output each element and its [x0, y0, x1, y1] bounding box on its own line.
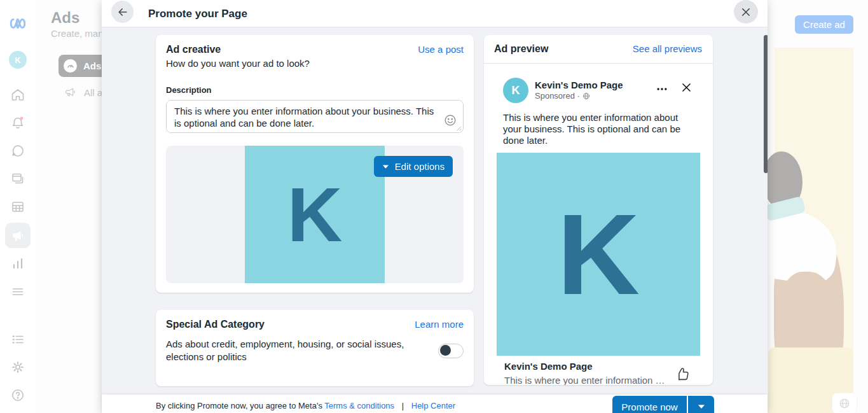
- chevron-down-icon: [382, 164, 389, 169]
- description-label: Description: [166, 85, 464, 95]
- post-menu-icon[interactable]: [656, 83, 668, 95]
- modal-body: Ad creative Use a post How do you want y…: [102, 27, 768, 395]
- ad-image-preview: K Edit options: [166, 146, 464, 283]
- ad-creative-card: Ad creative Use a post How do you want y…: [156, 35, 474, 293]
- use-a-post-link[interactable]: Use a post: [418, 44, 464, 55]
- special-ad-category-text: Ads about credit, employment, housing, o…: [166, 338, 433, 363]
- help-center-link[interactable]: Help Center: [411, 401, 455, 410]
- terms-conditions-link[interactable]: Terms & conditions: [324, 401, 394, 410]
- close-icon: [740, 6, 752, 18]
- chevron-down-icon: [698, 404, 705, 409]
- emoji-picker-icon[interactable]: [443, 113, 457, 127]
- edit-options-button[interactable]: Edit options: [374, 156, 453, 177]
- preview-footer-page-name: Kevin's Demo Page: [504, 361, 703, 372]
- modal-footer: By clicking Promote now, you agree to Me…: [102, 395, 768, 413]
- page-avatar: K: [503, 78, 528, 103]
- description-input[interactable]: This is where you enter information abou…: [166, 100, 464, 133]
- special-ad-category-heading: Special Ad Category: [166, 319, 265, 330]
- terms-text: By clicking Promote now, you agree to Me…: [156, 401, 455, 410]
- preview-page-name: Kevin's Demo Page: [535, 80, 623, 90]
- promote-page-modal: Promote your Page Ad creative Use a post…: [102, 0, 768, 413]
- special-ad-category-toggle[interactable]: [438, 344, 464, 358]
- ad-creative-heading: Ad creative: [166, 44, 221, 55]
- modal-header: Promote your Page: [102, 0, 768, 27]
- thumbs-up-icon[interactable]: [674, 366, 691, 383]
- ad-preview-card: Ad preview See all previews K Kevin's De…: [484, 35, 713, 385]
- globe-icon: [582, 92, 590, 100]
- arrow-left-icon: [116, 6, 129, 18]
- post-close-icon[interactable]: [680, 81, 692, 94]
- app-root: K: [0, 0, 868, 413]
- promote-now-button[interactable]: Promote now: [612, 396, 687, 413]
- resize-handle-icon[interactable]: [457, 126, 462, 131]
- special-ad-category-card: Special Ad Category Learn more Ads about…: [156, 310, 474, 386]
- modal-scrollbar[interactable]: [764, 35, 768, 173]
- promote-options-dropdown[interactable]: [688, 396, 714, 413]
- ad-preview-heading: Ad preview: [494, 43, 548, 55]
- preview-ad-image: K: [497, 153, 700, 356]
- ad-creative-subheading: How do you want your ad to look?: [166, 58, 464, 69]
- preview-post-header: K Kevin's Demo Page Sponsored ·: [503, 78, 703, 103]
- close-button[interactable]: [734, 0, 758, 24]
- page-profile-image: K: [245, 146, 385, 283]
- sponsored-label: Sponsored ·: [535, 91, 590, 101]
- learn-more-link[interactable]: Learn more: [415, 319, 464, 330]
- preview-body-text: This is where you enter information abou…: [503, 112, 694, 146]
- see-all-previews-link[interactable]: See all previews: [633, 43, 702, 54]
- preview-footer: Kevin's Demo Page This is where you ente…: [504, 361, 703, 385]
- modal-title: Promote your Page: [148, 0, 247, 27]
- back-button[interactable]: [111, 1, 134, 23]
- preview-footer-text: This is where you enter information …: [504, 375, 682, 385]
